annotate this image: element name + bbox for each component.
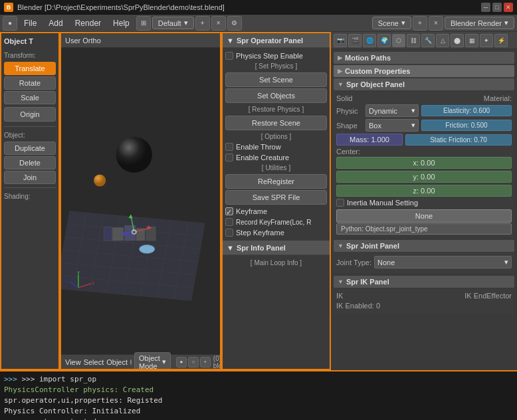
mass-btn[interactable]: Mass: 1.000 [336, 134, 403, 146]
spr-joint-sub-panel: Joint Type: None ▾ [334, 253, 514, 273]
delete-button[interactable]: Delete [4, 156, 56, 169]
scale-button[interactable]: Scale [4, 91, 56, 104]
viewport-canvas[interactable]: x y z View [61, 48, 220, 369]
physics-step-row: Physics Step Enable [225, 51, 327, 61]
spr-ik-panel-header[interactable]: ▼ Spr IK Panel [334, 276, 514, 288]
save-spr-file-button[interactable]: Save SPR File [225, 190, 327, 205]
viewport-icon-2[interactable]: ○ [188, 357, 199, 368]
right-panel: 📷 🎬 🌐 🌍 ⬡ ⛓ 🔧 △ ⬤ ▦ ✦ ⚡ ▶ Motion Paths ▶ [331, 32, 517, 370]
icon-settings[interactable]: ⚙ [227, 16, 242, 31]
viewport-select-label[interactable]: Select [84, 358, 104, 366]
joint-type-dropdown[interactable]: None ▾ [374, 256, 512, 268]
viewport-object-label[interactable]: Object [106, 358, 128, 366]
z-coord-btn[interactable]: z: 0.00 [336, 185, 512, 197]
restore-scene-button[interactable]: Restore Scene [225, 116, 327, 130]
prop-icon-object[interactable]: ⬡ [392, 34, 405, 47]
prop-icon-data[interactable]: △ [436, 34, 449, 47]
custom-properties-header[interactable]: ▶ Custom Properties [334, 65, 514, 77]
spr-info-header[interactable]: ▼ Spr Info Panel [223, 241, 330, 255]
menu-add[interactable]: Add [43, 17, 68, 29]
icon-grid[interactable]: ⊞ [136, 16, 151, 31]
prop-icon-material[interactable]: ⬤ [451, 34, 464, 47]
prop-icon-texture[interactable]: ▦ [465, 34, 478, 47]
record-keyframe-checkbox[interactable] [225, 218, 233, 226]
remove-layout-btn[interactable]: × [211, 16, 226, 31]
close-button[interactable]: ✕ [504, 3, 513, 12]
keyframe-checkbox[interactable]: ✓ [225, 207, 233, 215]
console-line5: spr.operator: started [4, 417, 513, 420]
motion-paths-header[interactable]: ▶ Motion Paths [334, 52, 514, 64]
physic-chevron-icon: ▾ [411, 106, 415, 115]
prop-icon-world[interactable]: 🌍 [377, 34, 391, 47]
rotate-button[interactable]: Rotate [4, 76, 56, 90]
solid-row: Solid Material: [336, 94, 512, 102]
shape-value: Box [369, 122, 381, 130]
scene-dropdown[interactable]: Scene ▾ [372, 17, 411, 29]
prop-icon-physics[interactable]: ⚡ [494, 34, 508, 47]
spr-info-section: [ Main Loop Info ] [223, 255, 330, 270]
prop-icon-constraints[interactable]: ⛓ [407, 34, 420, 47]
scene-svg: x y z [61, 48, 220, 369]
physics-step-checkbox[interactable] [225, 52, 233, 60]
set-objects-button[interactable]: Set Objects [225, 88, 327, 103]
menu-file[interactable]: File [19, 17, 42, 29]
layout-dropdown[interactable]: Default ▾ [152, 17, 194, 29]
console-area: >>> >>> import spr_op PhysicsController … [0, 370, 517, 420]
reregister-button[interactable]: ReRegister [225, 174, 327, 189]
prop-icon-render[interactable]: 🎬 [348, 34, 362, 47]
custom-props-arrow-icon: ▶ [338, 68, 342, 74]
duplicate-button[interactable]: Duplicate [4, 142, 56, 155]
step-keyframe-checkbox[interactable] [225, 229, 233, 237]
svg-text:z: z [65, 278, 67, 282]
friction-btn[interactable]: Friction: 0.500 [421, 120, 512, 131]
viewport[interactable]: User Ortho [60, 32, 221, 370]
add-layout-btn[interactable]: + [195, 16, 210, 31]
minimize-button[interactable]: ─ [481, 3, 490, 12]
main-sphere [116, 137, 152, 173]
prop-icon-camera[interactable]: 📷 [334, 34, 347, 47]
shape-dropdown[interactable]: Box ▾ [365, 119, 419, 132]
prop-icon-particles[interactable]: ✦ [480, 34, 493, 47]
shape-row: Shape Box ▾ Friction: 0.500 [336, 119, 512, 132]
panel-title: Object T [4, 36, 56, 47]
spr-object-sub-panel: Solid Material: Physic Dynamic ▾ Elastic… [334, 92, 514, 237]
menu-bar: ● File Add Render Help ⊞ Default ▾ + × ⚙… [0, 15, 517, 32]
viewport-icon-3[interactable]: + [200, 357, 211, 368]
viewport-icon-1[interactable]: ● [176, 357, 187, 368]
viewport-icon[interactable] [130, 360, 132, 365]
menu-help[interactable]: Help [108, 17, 135, 29]
enable-throw-checkbox[interactable] [225, 143, 233, 151]
renderer-dropdown[interactable]: Blender Render ▾ [445, 17, 514, 29]
static-friction-btn[interactable]: Static Friction: 0.70 [405, 134, 512, 146]
set-scene-button[interactable]: Set Scene [225, 72, 327, 87]
object-mode-dropdown[interactable]: Object Mode ▾ [134, 352, 171, 369]
viewport-view-label[interactable]: View [65, 358, 81, 366]
enable-creature-checkbox[interactable] [225, 154, 233, 161]
remove-scene-btn[interactable]: × [429, 16, 443, 31]
prop-icon-modifiers[interactable]: 🔧 [421, 34, 435, 47]
elasticity-btn[interactable]: Elasticity: 0.600 [421, 105, 512, 116]
x-coord-btn[interactable]: x: 0.00 [336, 157, 512, 169]
console-line4: Physics Controller: Initialized [4, 406, 513, 417]
transform-label: Transform: [4, 51, 56, 60]
blender-menu-icon[interactable]: ● [3, 16, 17, 31]
ik-enabled-label: IK Enabled: 0 [336, 302, 380, 310]
inertia-checkbox[interactable] [336, 199, 344, 207]
menu-render[interactable]: Render [70, 17, 106, 29]
spr-object-panel-header[interactable]: ▼ Spr Object Panel [334, 78, 514, 90]
spr-joint-panel-header[interactable]: ▼ Spr Joint Panel [334, 240, 514, 252]
maximize-button[interactable]: □ [492, 3, 502, 12]
y-coord-btn[interactable]: y: 0.00 [336, 171, 512, 183]
viewport-icons: ● ○ + [176, 357, 211, 368]
prop-icon-scene[interactable]: 🌐 [363, 34, 376, 47]
physic-dropdown[interactable]: Dynamic ▾ [365, 104, 419, 117]
add-scene-btn[interactable]: + [413, 16, 427, 31]
console-text: >>> >>> import spr_op PhysicsController … [0, 371, 517, 420]
spr-panel-header[interactable]: ▼ Spr Operator Panel [223, 33, 330, 48]
ik-enabled-row: IK Enabled: 0 [336, 302, 512, 310]
translate-button[interactable]: Translate [4, 62, 56, 75]
join-button[interactable]: Join [4, 171, 56, 184]
enable-creature-row: Enable Creature [225, 152, 327, 163]
origin-button[interactable]: Origin [4, 107, 56, 122]
center-label: Center: [336, 148, 360, 156]
